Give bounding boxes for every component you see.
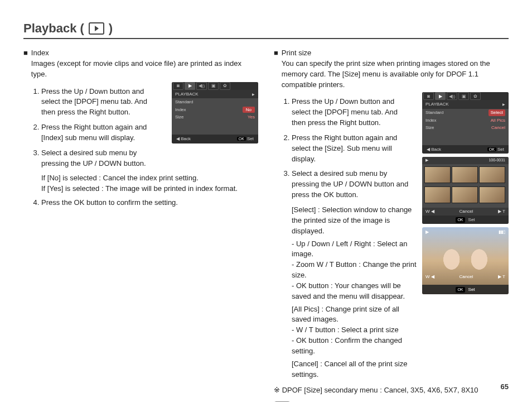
right-allpics-line: [All Pics] : Change print size of all sa… <box>292 304 418 326</box>
camera-icon: ◙ <box>173 82 183 90</box>
lcd-footer: OK Set <box>422 285 509 295</box>
back-arrow-icon: ◀ <box>427 147 430 152</box>
right-column: ■ Print size You can specify the print s… <box>274 48 509 402</box>
square-bullet-icon: ■ <box>274 48 278 59</box>
camera-icon: ◙ <box>423 92 434 100</box>
title-close: ) <box>109 21 113 36</box>
lcd-row: Size Cancel <box>422 124 509 132</box>
playback-mode-icon <box>89 22 104 35</box>
lcd-set-label: Set <box>247 136 254 141</box>
lcd-row: Size Yes <box>172 113 258 121</box>
right-cancel-line: [Cancel] : Cancel all of the print size … <box>292 359 418 380</box>
thumbnail <box>424 166 451 183</box>
thumbnail <box>479 166 505 183</box>
right-bullet: - Up / Down / Left / Right : Select an i… <box>292 239 418 260</box>
lcd-header: PLAYBACK <box>422 100 509 109</box>
title-text: Playback ( <box>23 21 84 36</box>
arrow-right-icon <box>502 101 505 108</box>
right-bullet2: - W / T button : Select a print size <box>292 325 418 336</box>
lcd-header-text: PLAYBACK <box>425 101 449 108</box>
lcd-row-value: Select <box>489 109 505 116</box>
square-bullet-icon: ■ <box>23 48 28 59</box>
play-icon: ▶ <box>435 92 446 100</box>
lcd-row-label: Index <box>175 107 186 113</box>
cancel-label: Cancel <box>459 208 473 215</box>
t-zoom-label: ▶ T <box>498 208 505 215</box>
left-sub-yes: If [Yes] is selected : The image will be… <box>41 184 258 194</box>
right-intro: You can specify the print size when prin… <box>282 59 509 90</box>
lcd-row-value: All Pics <box>491 117 505 124</box>
battery-icon: ▮▮▯ <box>499 229 505 236</box>
lcd-row-label: Standard <box>175 99 193 106</box>
left-sub-no: If [No] is selected : Cancel the index p… <box>41 173 258 184</box>
back-arrow-icon: ◀ <box>176 136 180 141</box>
thumbnail <box>452 186 478 203</box>
thumbnail-grid <box>422 164 509 208</box>
settings-icon: ✿ <box>470 92 481 100</box>
lcd-top-bar: ▶ 100-0031 <box>422 157 509 164</box>
lcd-row-label: Standard <box>425 109 443 116</box>
sound-icon: ◀)) <box>447 92 457 100</box>
left-step-3: Select a desired sub menu by pressing th… <box>41 148 167 169</box>
left-step-4: Press the OK button to confirm the setti… <box>41 198 258 208</box>
page-title: Playback ( ) <box>23 21 509 39</box>
lcd-back-label: Back <box>181 136 191 141</box>
right-heading: Print size <box>282 48 509 59</box>
lcd-header-text: PLAYBACK <box>175 91 199 98</box>
lcd-header: PLAYBACK <box>172 90 258 99</box>
lcd-wt-row: W ◀ Cancel ▶ T <box>422 274 509 280</box>
sound-icon: ◀)) <box>196 82 207 90</box>
lcd-tabs: ◙ ▶ ◀)) ▣ ✿ <box>172 82 258 90</box>
lcd-row-label: Size <box>175 114 184 121</box>
lcd-top-bar: ▶ ▮▮▯ <box>422 227 509 237</box>
lcd-set-label: Set <box>468 217 475 223</box>
thumbnail <box>424 186 451 203</box>
secondary-menu-text: DPOF [Size] secondary menu : Cancel, 3X5… <box>282 386 478 394</box>
lcd-row: Index No <box>172 106 258 114</box>
lcd-back-label: Back <box>431 147 441 152</box>
cancel-label: Cancel <box>459 274 473 280</box>
lcd-row-label: Size <box>425 125 434 131</box>
w-zoom-label: W ◀ <box>425 274 434 280</box>
thumbnail <box>479 186 505 203</box>
left-heading: Index <box>31 48 258 59</box>
lcd-row: Standard Select <box>422 109 509 117</box>
right-bullet: - OK button : Your changes will be saved… <box>292 281 418 302</box>
settings-icon: ✿ <box>220 82 230 90</box>
w-zoom-label: W ◀ <box>425 208 434 215</box>
left-intro: Images (except for movie clips and voice… <box>31 59 258 80</box>
image-counter: 100-0031 <box>489 157 505 163</box>
lcd-row-value: Cancel <box>491 125 505 131</box>
right-step-3: Select a desired sub menu by pressing th… <box>292 169 418 200</box>
lcd-wt-row: W ◀ Cancel ▶ T <box>422 208 509 216</box>
play-icon: ▶ <box>425 229 429 236</box>
play-icon: ▶ <box>425 157 428 163</box>
lcd-tabs: ◙ ▶ ◀)) ▣ ✿ <box>422 92 509 100</box>
thumbnail <box>452 166 478 183</box>
lcd-screenshot-size-menu: ◙ ▶ ◀)) ▣ ✿ PLAYBACK Standard Selec <box>422 92 509 154</box>
t-zoom-label: ▶ T <box>498 274 505 280</box>
lcd-footer: ◀ Back OKSet <box>422 145 509 154</box>
display-icon: ▣ <box>458 92 469 100</box>
ok-badge: OK <box>456 287 465 293</box>
lcd-row-value: Yes <box>248 114 255 121</box>
page-number: 65 <box>501 382 509 391</box>
lcd-screenshot-select: ▶ 100-0031 W ◀ C <box>422 157 509 224</box>
lcd-footer: OK Set <box>422 216 509 224</box>
right-step-1: Press the Up / Down button and select th… <box>292 97 418 128</box>
lcd-screenshot-index: ◙ ▶ ◀)) ▣ ✿ PLAYBACK Standard <box>172 82 258 143</box>
right-select-line: [Select] : Selection window to change th… <box>292 205 418 237</box>
right-bullet2: - OK button : Confirm the changed settin… <box>292 336 418 357</box>
arrow-right-icon <box>252 91 255 98</box>
left-step-2: Press the Right button again and [Index]… <box>41 122 167 143</box>
lcd-screenshot-all-pics: ▶ ▮▮▯ W ◀ Cancel ▶ T OK Set <box>422 227 509 294</box>
lcd-row: Standard <box>172 98 258 106</box>
right-step-2: Press the Right button again and select … <box>292 133 418 165</box>
right-bullet: - Zoom W / T Button : Change the print s… <box>292 260 418 281</box>
ok-badge: OK <box>456 217 465 223</box>
lcd-row-label: Index <box>425 117 437 124</box>
note-star-icon: ※ <box>274 386 282 394</box>
ok-badge: OK <box>237 137 246 141</box>
display-icon: ▣ <box>208 82 219 90</box>
lcd-set-label: Set <box>468 286 475 293</box>
